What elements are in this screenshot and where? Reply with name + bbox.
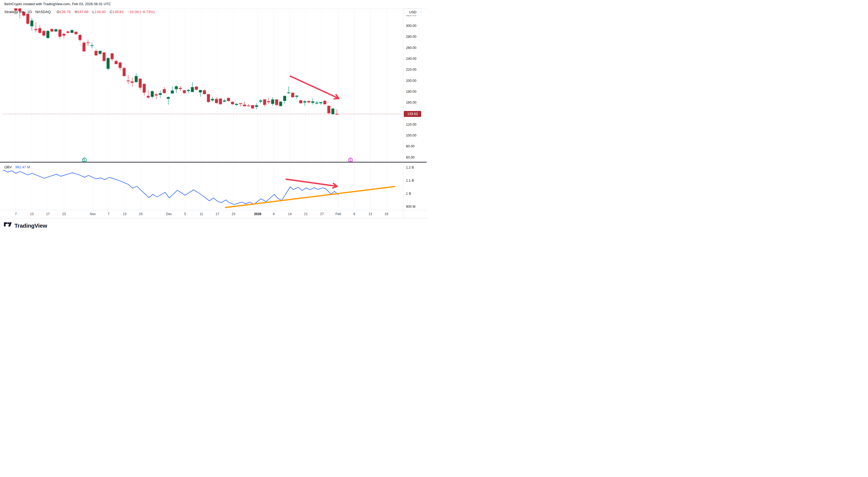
candle-body[interactable] [279, 102, 282, 106]
candle-body[interactable] [26, 14, 29, 24]
candle-body[interactable] [299, 100, 302, 103]
candle-body[interactable] [143, 84, 146, 92]
candle-body[interactable] [215, 99, 218, 103]
price-tick-label: 240.00 [406, 57, 416, 61]
candle-body[interactable] [303, 101, 306, 102]
candle-body[interactable] [291, 93, 294, 97]
candle-body[interactable] [219, 99, 222, 104]
candle-body[interactable] [239, 103, 242, 104]
candle-body[interactable] [35, 29, 37, 30]
candle-body[interactable] [247, 106, 250, 106]
candle-body[interactable] [103, 53, 105, 61]
candle-body[interactable] [251, 105, 254, 108]
candle-body[interactable] [147, 96, 150, 97]
candle-body[interactable] [275, 99, 278, 105]
timeframe[interactable]: 1D [27, 10, 32, 14]
candle-body[interactable] [328, 106, 330, 113]
candle-body[interactable] [111, 54, 114, 59]
tradingview-logo[interactable]: TradingView [4, 222, 47, 229]
candle-body[interactable] [319, 102, 322, 103]
candle-body[interactable] [183, 91, 186, 93]
obv-down-arrow[interactable] [286, 179, 337, 186]
candle-body[interactable] [271, 99, 274, 104]
candle-body[interactable] [315, 103, 318, 103]
candle-body[interactable] [243, 105, 246, 106]
candle-body[interactable] [55, 29, 57, 31]
candle-body[interactable] [83, 43, 86, 51]
symbol-ohlc-legend[interactable]: Strategy Inc · 1D · NASDAQ O139.76 H147.… [4, 10, 155, 14]
candle-body[interactable] [131, 82, 133, 83]
candle-body[interactable] [79, 35, 81, 40]
candle-body[interactable] [155, 94, 158, 95]
candle-body[interactable] [107, 58, 110, 68]
candle-body[interactable] [267, 101, 270, 102]
obv-indicator-legend[interactable]: OBV 992.47 M [4, 165, 30, 169]
candle-body[interactable] [95, 51, 97, 56]
candle-body[interactable] [287, 92, 290, 93]
candle-body[interactable] [87, 42, 90, 43]
candle-body[interactable] [91, 45, 93, 46]
time-tick-label: 7 [108, 212, 110, 216]
candle-body[interactable] [46, 31, 49, 38]
candle-body[interactable] [187, 90, 190, 91]
candle-body[interactable] [119, 63, 122, 68]
time-tick-label: 19 [139, 212, 142, 216]
time-tick-label: 11 [200, 212, 203, 216]
candle-body[interactable] [42, 31, 45, 35]
candle-body[interactable] [255, 105, 258, 107]
price-tick-label: 260.00 [406, 46, 416, 50]
price-down-arrow[interactable] [290, 76, 339, 98]
candle-body[interactable] [191, 87, 194, 92]
candle-body[interactable] [71, 30, 73, 33]
candle-body[interactable] [163, 89, 166, 93]
candle-body[interactable] [167, 97, 170, 99]
candle-body[interactable] [59, 30, 61, 36]
candle-body[interactable] [115, 61, 118, 64]
earnings-badge-upcoming[interactable]: E [348, 158, 352, 162]
candle-body[interactable] [175, 87, 178, 89]
candle-body[interactable] [51, 29, 53, 31]
candle-body[interactable] [308, 101, 310, 102]
candle-body[interactable] [127, 81, 129, 81]
candle-body[interactable] [223, 101, 226, 101]
candle-body[interactable] [203, 91, 206, 94]
candle-body[interactable] [235, 104, 238, 105]
symbol-title[interactable]: Strategy Inc [4, 10, 24, 14]
candle-body[interactable] [171, 91, 174, 93]
candle-body[interactable] [195, 87, 198, 90]
candle-body[interactable] [332, 109, 334, 114]
open-label: O [57, 10, 60, 14]
candle-body[interactable] [336, 114, 338, 115]
candle-body[interactable] [135, 76, 138, 82]
candle-body[interactable] [30, 21, 33, 26]
candle-body[interactable] [312, 101, 314, 102]
candle-body[interactable] [159, 93, 162, 95]
candle-body[interactable] [259, 101, 262, 101]
candle-body[interactable] [211, 99, 214, 100]
candle-body[interactable] [227, 98, 230, 101]
time-tick-label: 17 [46, 212, 50, 216]
obv-name[interactable]: OBV [4, 165, 12, 169]
candle-body[interactable] [199, 90, 202, 92]
earnings-badge-reported[interactable]: E [83, 158, 86, 162]
candle-body[interactable] [323, 101, 326, 104]
candle-body[interactable] [139, 79, 142, 88]
candle-body[interactable] [264, 99, 266, 105]
candle-body[interactable] [179, 88, 182, 89]
candle-body[interactable] [296, 96, 298, 97]
timeaxis-top-divider [0, 210, 427, 210]
currency-toggle-button[interactable]: USD [404, 8, 421, 15]
candle-body[interactable] [207, 94, 210, 102]
candle-body[interactable] [123, 68, 125, 76]
candle-body[interactable] [283, 96, 286, 101]
pane-divider[interactable] [0, 162, 427, 163]
candle-body[interactable] [99, 51, 101, 54]
chart-canvas[interactable]: EE [0, 0, 427, 234]
candle-body[interactable] [39, 28, 41, 33]
candle-body[interactable] [67, 32, 69, 33]
open-value: 139.76 [59, 10, 70, 14]
candle-body[interactable] [74, 32, 77, 34]
candle-body[interactable] [231, 102, 234, 104]
candle-body[interactable] [151, 91, 154, 97]
candle-body[interactable] [63, 34, 65, 35]
